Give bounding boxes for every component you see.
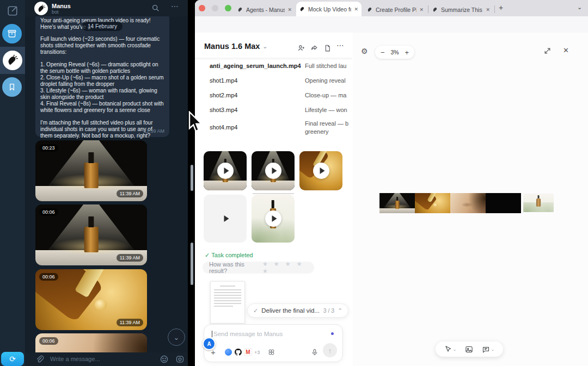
tab-close-icon[interactable]: ✕ — [354, 7, 358, 12]
tab-search-chevron-icon[interactable]: ⌄ — [577, 4, 582, 11]
expand-icon[interactable] — [543, 47, 552, 55]
play-icon[interactable] — [217, 163, 234, 179]
message-list-item: 4. Final Reveal (~8s) — botanical produc… — [40, 101, 164, 114]
play-icon[interactable] — [265, 210, 281, 227]
file-desc: Full stitched lau — [305, 63, 353, 69]
task-progress-pill[interactable]: ✓ Deliver the final vid... 3 / 3 ⌃ — [247, 303, 348, 318]
video-attachment-thumb[interactable] — [252, 195, 295, 243]
play-icon[interactable] — [313, 163, 329, 179]
file-name[interactable]: shot4.mp4 — [210, 124, 237, 131]
file-name[interactable]: shot3.mp4 — [210, 107, 237, 113]
tab-agents-manus[interactable]: Agents - Manus ✕ — [234, 3, 295, 16]
screenshot-tool[interactable] — [465, 345, 473, 353]
zoom-out-icon[interactable]: − — [381, 49, 385, 56]
play-icon[interactable] — [265, 163, 281, 179]
remote-cursor-badge: A — [203, 337, 216, 350]
video-attachment-thumb[interactable] — [204, 151, 247, 190]
select-cursor-tool[interactable]: ⌄ — [444, 345, 457, 353]
tab-create-profile-pictures[interactable]: Create Profile Pictures ✕ — [364, 3, 427, 16]
manus-favicon — [237, 7, 243, 13]
video-duration-badge: 00:23 — [39, 144, 58, 152]
connectors-more-count: +3 — [254, 350, 260, 355]
task-progress-count: 3 / 3 — [323, 307, 334, 314]
tab-mock-up-video[interactable]: Mock Up Video for Ant ✕ — [296, 2, 362, 16]
tab-close-icon[interactable]: ✕ — [486, 7, 490, 13]
filmstrip-frame[interactable] — [523, 194, 554, 212]
rating-stars[interactable]: ★ ★ ★ ★ ★ — [262, 260, 308, 275]
integrations-icon[interactable] — [267, 348, 275, 356]
files-icon[interactable] — [323, 44, 332, 52]
video-message[interactable]: 00:06 11:39 AM — [35, 269, 147, 330]
chat-avatar[interactable] — [34, 2, 48, 15]
panel-menu-icon[interactable]: ⋯ — [336, 41, 344, 49]
chevron-up-icon[interactable]: ⌃ — [338, 307, 342, 314]
zoom-in-icon[interactable]: + — [405, 49, 409, 56]
bot-message-bubble: Your anti-ageing serum launch video is r… — [35, 16, 169, 137]
window-minimize-light[interactable] — [212, 5, 218, 11]
play-icon[interactable] — [217, 210, 234, 227]
sidebar-item-archive[interactable] — [2, 24, 22, 44]
screen: ⟳ Manus bot ⋯ Your anti-ageing serum lau… — [0, 0, 588, 366]
mouse-cursor — [187, 111, 204, 135]
sidebar-item-manus-bot[interactable] — [3, 51, 22, 70]
window-scrollbar[interactable] — [191, 165, 193, 191]
search-icon[interactable] — [151, 4, 160, 13]
scroll-to-bottom-button[interactable]: ⌄ — [168, 328, 185, 346]
model-name: Manus 1.6 Max — [204, 42, 260, 51]
tab-label: Create Profile Pictures — [376, 7, 416, 13]
window-zoom-light[interactable] — [225, 5, 231, 11]
message-list-item: 3. Lifestyle (~6s) — woman with radiant,… — [40, 88, 164, 101]
share-icon[interactable] — [310, 44, 318, 52]
tab-summarize-this-week[interactable]: Summarize This Week ✕ — [429, 3, 493, 16]
send-button[interactable]: ↑ — [323, 343, 337, 357]
browser-window: Agents - Manus ✕ Mock Up Video for Ant ✕… — [195, 0, 588, 366]
video-attachment-thumb[interactable] — [299, 151, 342, 190]
document-preview-thumb[interactable] — [210, 281, 245, 324]
window-close-light[interactable] — [199, 5, 205, 11]
file-desc: Lifestyle — won — [305, 107, 353, 113]
attach-icon[interactable] — [35, 355, 44, 364]
video-record-icon[interactable] — [175, 355, 185, 364]
tab-label: Agents - Manus — [246, 7, 285, 13]
file-name[interactable]: shot1.mp4 — [210, 77, 237, 84]
manus-message-input[interactable]: Send message to Manus — [212, 331, 283, 337]
manus-composer[interactable]: Send message to Manus + M +3 ↑ — [204, 324, 343, 362]
filmstrip-frame[interactable] — [450, 193, 486, 213]
chat-tool[interactable]: ⌄ — [482, 345, 495, 353]
video-message[interactable]: 00:06 — [35, 333, 147, 352]
video-attachment-thumb[interactable] — [252, 151, 295, 190]
chat-menu-icon[interactable]: ⋯ — [171, 2, 179, 10]
filmstrip-frame[interactable] — [379, 193, 415, 213]
filmstrip-frame[interactable] — [415, 193, 450, 213]
video-message[interactable]: 00:23 11:39 AM — [35, 140, 147, 201]
file-name[interactable]: shot2.mp4 — [210, 92, 237, 98]
manus-logo-icon — [37, 4, 46, 13]
manus-favicon — [432, 7, 438, 13]
filmstrip-frame[interactable] — [486, 193, 521, 213]
tab-close-icon[interactable]: ✕ — [419, 7, 424, 13]
file-name[interactable]: anti_ageing_serum_launch.mp4 — [210, 63, 301, 69]
preview-settings-gear-icon[interactable]: ⚙ — [361, 47, 368, 55]
tab-close-icon[interactable]: ✕ — [287, 7, 292, 13]
invite-icon[interactable] — [297, 44, 305, 52]
date-pill: 14 February — [82, 22, 122, 31]
video-time-badge: 11:39 AM — [117, 319, 143, 326]
telegram-composer: Write a message... — [25, 352, 188, 366]
emoji-icon[interactable] — [160, 355, 169, 364]
video-message[interactable]: 00:06 11:39 AM — [35, 204, 147, 265]
mic-icon[interactable] — [311, 349, 318, 356]
archive-icon — [7, 29, 17, 39]
message-paragraph: Full launch video (~23 seconds) — four c… — [40, 36, 164, 55]
new-tab-icon[interactable]: + — [499, 3, 503, 12]
message-input[interactable]: Write a message... — [50, 356, 100, 362]
window-scrollbar[interactable] — [191, 243, 193, 285]
model-selector[interactable]: Manus 1.6 Max ⌄ — [204, 42, 268, 51]
compose-icon[interactable] — [7, 5, 19, 17]
video-attachment-thumb[interactable] — [204, 195, 247, 243]
chevron-down-icon: ⌄ — [174, 333, 180, 342]
sidebar-item-saved-messages[interactable] — [2, 77, 22, 97]
tab-separator — [494, 5, 495, 13]
close-preview-icon[interactable]: ✕ — [563, 46, 569, 54]
connectors-group[interactable]: M +3 — [225, 349, 260, 356]
update-button[interactable]: ⟳ — [1, 352, 24, 366]
